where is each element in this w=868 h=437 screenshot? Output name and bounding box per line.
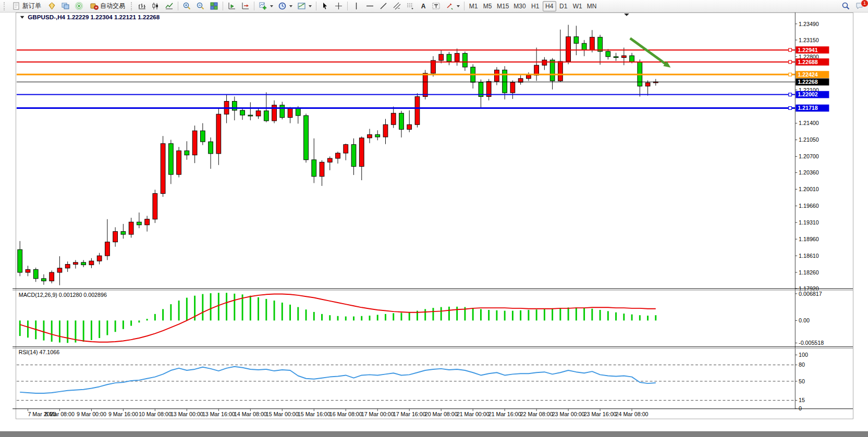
toolbar-separator <box>316 2 316 10</box>
new-order-label: 新订单 <box>22 2 41 10</box>
hline-handle[interactable] <box>789 107 792 110</box>
market-watch-button[interactable] <box>45 1 58 11</box>
price-tick-label: 1.19660 <box>799 203 819 209</box>
time-axis-label: 21 Mar 16:00 <box>488 411 521 417</box>
zoom-out-button[interactable] <box>194 1 207 11</box>
macd-histogram-bar <box>655 315 656 320</box>
macd-histogram-bar <box>297 307 299 321</box>
candle-body <box>320 162 324 176</box>
periods-dropdown-caret[interactable] <box>289 5 292 7</box>
arrows-dropdown-caret[interactable] <box>457 5 460 7</box>
macd-histogram-bar <box>393 313 394 320</box>
price-tick-label: 1.23150 <box>799 37 819 43</box>
candle-body <box>200 131 205 142</box>
macd-histogram-bar <box>568 307 569 320</box>
candle-body <box>288 108 292 117</box>
candle-body <box>391 113 396 124</box>
timeframe-m1-button[interactable]: M1 <box>467 1 480 11</box>
toolbar-grip <box>4 2 6 10</box>
candle-body <box>383 124 388 137</box>
horizontal-line-tool-button[interactable] <box>363 1 376 11</box>
candle-body <box>534 65 539 75</box>
auto-trading-button[interactable]: 自动交易 <box>86 1 129 11</box>
candlestick-type-button[interactable] <box>149 1 162 11</box>
macd-histogram-bar <box>361 316 362 321</box>
timeframe-mn-button[interactable]: MN <box>585 1 599 11</box>
channel-tool-button[interactable] <box>390 1 404 11</box>
candle-body <box>137 222 142 224</box>
timeframe-m5-button[interactable]: M5 <box>481 1 494 11</box>
macd-histogram-bar <box>504 311 506 321</box>
hline-handle[interactable] <box>789 48 792 52</box>
chart-window[interactable]: GBPUSD-,H4 1.22229 1.22304 1.22121 1.222… <box>0 13 868 431</box>
chart-title: GBPUSD-,H4 1.22229 1.22304 1.22121 1.222… <box>28 14 160 20</box>
timeframe-h1-button[interactable]: H1 <box>529 1 542 11</box>
time-axis-label: 23 Mar 00:00 <box>552 411 585 417</box>
macd-axis-label: -0.005518 <box>799 340 824 346</box>
macd-histogram-bar <box>536 309 537 320</box>
macd-histogram-bar <box>369 316 371 320</box>
mt4-terminal: 新订单 <box>0 0 868 437</box>
macd-histogram-bar <box>106 320 108 335</box>
text-label-tool-button[interactable] <box>430 1 443 11</box>
search-button[interactable] <box>839 1 852 11</box>
notifications-button[interactable]: 1 <box>853 1 866 11</box>
price-tick-label: 1.23490 <box>799 21 819 27</box>
auto-scroll-button[interactable] <box>225 1 238 11</box>
tile-windows-button[interactable] <box>207 1 221 11</box>
chart-shift-icon <box>241 2 250 10</box>
macd-histogram-bar <box>313 312 315 320</box>
bar-chart-type-button[interactable] <box>136 1 149 11</box>
templates-button[interactable] <box>295 1 314 11</box>
macd-histogram-bar <box>91 320 92 340</box>
periods-button[interactable] <box>276 1 295 11</box>
macd-histogram-bar <box>43 320 44 340</box>
candle-body <box>240 110 245 115</box>
timeframe-m30-button[interactable]: M30 <box>511 1 528 11</box>
signal-icon <box>75 2 83 10</box>
macd-axis-label: 0.00 <box>799 317 810 323</box>
macd-histogram-bar <box>170 304 172 320</box>
indicators-dropdown-caret[interactable] <box>270 5 273 7</box>
timeframe-w1-button[interactable]: W1 <box>571 1 584 11</box>
chart-shift-button[interactable] <box>239 1 252 11</box>
indicators-button[interactable] <box>256 1 275 11</box>
clock-icon <box>278 2 287 10</box>
hline-handle[interactable] <box>789 60 792 64</box>
templates-dropdown-caret[interactable] <box>309 5 312 7</box>
timeframe-m15-button[interactable]: M15 <box>495 1 511 11</box>
candlestick-icon <box>151 2 160 10</box>
macd-histogram-bar <box>67 320 68 343</box>
price-tick-label: 1.20010 <box>799 186 819 192</box>
text-tool-button[interactable]: A <box>418 1 429 11</box>
signals-button[interactable] <box>72 1 85 11</box>
candle-body <box>439 54 444 60</box>
candle-body <box>598 37 603 51</box>
macd-histogram-bar <box>607 311 609 320</box>
macd-histogram-bar <box>146 319 148 320</box>
crosshair-tool-button[interactable] <box>332 1 345 11</box>
hline-handle[interactable] <box>789 93 792 96</box>
cursor-tool-button[interactable] <box>319 1 332 11</box>
timeframe-h4-button[interactable]: H4 <box>543 1 556 11</box>
fibonacci-tool-button[interactable] <box>404 1 417 11</box>
trendline-tool-button[interactable] <box>377 1 390 11</box>
time-axis-label: 9 Mar 00:00 <box>77 411 106 417</box>
time-axis-label: 16 Mar 08:00 <box>329 411 362 417</box>
candle-body <box>185 151 189 155</box>
new-order-button[interactable]: 新订单 <box>8 1 45 11</box>
vertical-line-tool-button[interactable] <box>350 1 363 11</box>
time-axis-label: 22 Mar 08:00 <box>520 411 553 417</box>
navigator-button[interactable] <box>59 1 72 11</box>
arrows-tool-button[interactable] <box>443 1 462 11</box>
timeframe-d1-button[interactable]: D1 <box>557 1 570 11</box>
candle-body <box>89 261 94 265</box>
time-axis-label: 8 Mar 08:00 <box>45 411 75 417</box>
zoom-in-button[interactable] <box>180 1 193 11</box>
time-axis-label: 9 Mar 16:00 <box>108 411 138 417</box>
status-bar <box>0 431 868 437</box>
toolbar-separator <box>178 2 178 10</box>
line-chart-type-button[interactable] <box>163 1 176 11</box>
rsi-axis-label: 15 <box>799 397 805 403</box>
hline-handle[interactable] <box>789 73 792 76</box>
